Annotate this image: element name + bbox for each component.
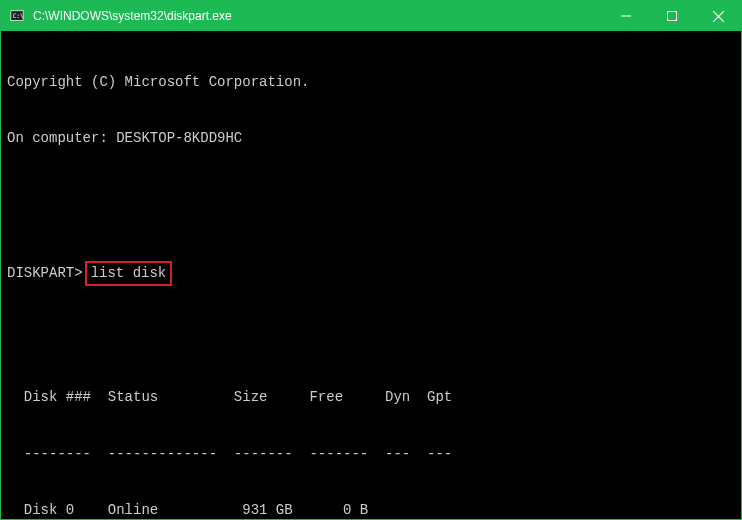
maximize-icon	[667, 11, 677, 21]
window-title: C:\WINDOWS\system32\diskpart.exe	[33, 9, 232, 23]
computer-line: On computer: DESKTOP-8KDD9HC	[7, 129, 735, 148]
close-button[interactable]	[695, 1, 741, 31]
app-icon: C:\	[9, 8, 25, 24]
maximize-button[interactable]	[649, 1, 695, 31]
disk-table: Disk ### Status Size Free Dyn Gpt ------…	[7, 350, 735, 519]
close-icon	[713, 11, 724, 22]
on-computer-label: On computer:	[7, 130, 116, 146]
titlebar: C:\ C:\WINDOWS\system32\diskpart.exe	[1, 1, 741, 31]
prompt-label: DISKPART>	[7, 264, 83, 283]
window-frame: C:\ C:\WINDOWS\system32\diskpart.exe Cop…	[0, 0, 742, 520]
prompt-line-list-disk: DISKPART> list disk	[7, 261, 735, 286]
table-header: Disk ### Status Size Free Dyn Gpt	[7, 388, 735, 407]
computer-name: DESKTOP-8KDD9HC	[116, 130, 242, 146]
minimize-icon	[621, 11, 631, 21]
blank-line	[7, 186, 735, 204]
window-controls	[603, 1, 741, 31]
svg-text:C:\: C:\	[13, 12, 24, 19]
command-list-disk: list disk	[85, 261, 173, 286]
table-separator: -------- ------------- ------- ------- -…	[7, 445, 735, 464]
copyright-line: Copyright (C) Microsoft Corporation.	[7, 73, 735, 92]
minimize-button[interactable]	[603, 1, 649, 31]
svg-rect-3	[668, 12, 677, 21]
console-area[interactable]: Copyright (C) Microsoft Corporation. On …	[1, 31, 741, 519]
table-row: Disk 0 Online 931 GB 0 B	[7, 501, 735, 519]
